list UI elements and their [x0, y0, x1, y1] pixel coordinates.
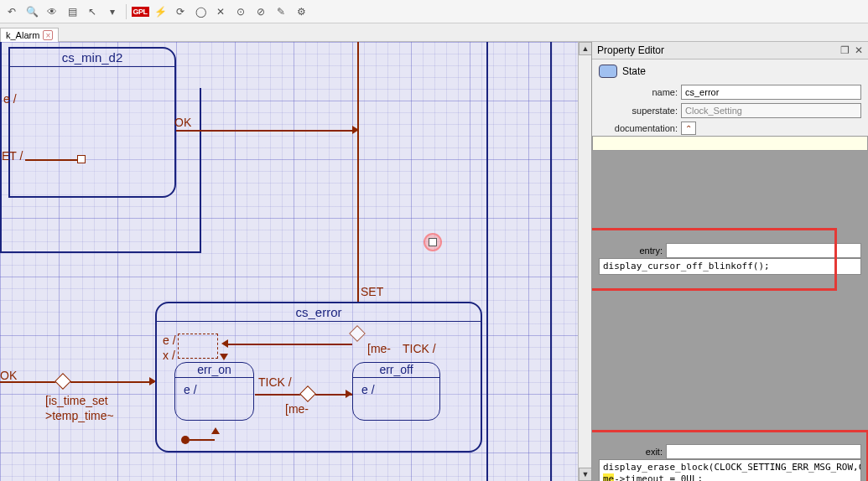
- initial-state-dot: [181, 436, 190, 444]
- code-sections: entry: display_cursor_off_blinkoff(); ex…: [592, 151, 868, 481]
- state-err-off[interactable]: err_off e /: [352, 362, 440, 421]
- e-guard: e /: [163, 334, 176, 347]
- transition-line: [70, 381, 154, 383]
- ok-label-left: OK: [0, 369, 17, 382]
- property-editor-header: Property Editor ❐ ✕: [592, 42, 868, 59]
- name-row: name:: [592, 83, 868, 101]
- panel-title: Property Editor: [597, 44, 664, 56]
- vertical-scrollbar[interactable]: ▲ ▼: [578, 42, 591, 481]
- region-divider: [486, 42, 488, 481]
- set-label: SET: [361, 285, 383, 298]
- tick-label-top: TICK /: [403, 342, 436, 355]
- outer-edge-bottom: [0, 251, 201, 253]
- eye-icon[interactable]: 👁: [44, 3, 60, 20]
- circle-icon[interactable]: ◯: [192, 3, 209, 20]
- layers-icon[interactable]: ▤: [64, 3, 81, 20]
- transition-line: [190, 439, 215, 441]
- main-toolbar: ↶ 🔍 👁 ▤ ↖ ▾ GPL ⚡ ⟳ ◯ ✕ ⊙ ⊘ ✎ ⚙: [0, 0, 868, 23]
- element-type-label: State: [622, 65, 646, 77]
- gpl-badge[interactable]: GPL: [132, 3, 148, 20]
- outer-edge-right: [200, 88, 201, 253]
- lightning-icon[interactable]: ⚡: [152, 3, 169, 20]
- x-icon[interactable]: ✕: [212, 3, 229, 20]
- documentation-box[interactable]: [592, 136, 868, 151]
- collapse-icon[interactable]: ⌃: [681, 122, 696, 135]
- state-type-icon: [599, 65, 617, 78]
- entry-e: e /: [184, 383, 262, 396]
- tick-label: TICK /: [258, 375, 292, 389]
- transition-line: [0, 381, 59, 383]
- exit-code-hl: me: [603, 473, 614, 481]
- element-type-row: State: [592, 59, 868, 83]
- tab-clock-alarm[interactable]: k_Alarm ×: [0, 28, 59, 42]
- pencil-icon[interactable]: ✎: [273, 3, 289, 20]
- restore-icon[interactable]: ❐: [840, 44, 850, 56]
- scroll-up-button[interactable]: ▲: [579, 42, 591, 55]
- exit-section: exit: display_erase_block(CLOCK_SETTING_…: [599, 444, 861, 481]
- me-guard-top: [me-: [367, 342, 391, 355]
- dotted-region: [178, 334, 218, 359]
- diagram-canvas[interactable]: cs_min_d2 e / ET / OK OK [is_time_set >t…: [0, 42, 591, 481]
- documentation-row: documentation: ⌃: [592, 120, 868, 137]
- dot-icon[interactable]: ⊙: [232, 3, 249, 20]
- exit-field[interactable]: [666, 444, 861, 459]
- transition-line: [176, 130, 356, 132]
- toolbar-separator: [126, 4, 127, 19]
- tab-bar: k_Alarm ×: [0, 23, 868, 42]
- exit-label: exit:: [599, 447, 666, 457]
- choice-diamond[interactable]: [55, 373, 71, 390]
- refresh-icon[interactable]: ⟳: [172, 3, 189, 20]
- superstate-input: [681, 103, 861, 118]
- arrow-icon: [221, 339, 228, 348]
- entry-code: display_cursor_off_blinkoff();: [603, 261, 770, 272]
- exit-code-box[interactable]: display_erase_block(CLOCK_SETTING_ERR_MS…: [599, 459, 861, 481]
- ok-label: OK: [174, 116, 191, 129]
- arrow-icon: [346, 390, 352, 398]
- entry-label: entry:: [599, 246, 666, 256]
- guard-is-time-set: [is_time_set: [45, 394, 108, 407]
- gear-icon[interactable]: ⚙: [293, 3, 309, 20]
- exit-code-line1: display_erase_block(CLOCK_SETTING_ERR_MS…: [603, 462, 861, 473]
- entry-field[interactable]: [666, 243, 861, 258]
- state-err-on[interactable]: err_on e /: [174, 362, 254, 421]
- name-input[interactable]: [681, 85, 861, 100]
- entry-section: entry: display_cursor_off_blinkoff();: [599, 243, 861, 275]
- guard-temp-time: >temp_time~: [45, 409, 114, 422]
- scroll-down-button[interactable]: ▼: [579, 468, 591, 481]
- documentation-label: documentation:: [599, 123, 678, 133]
- substate-title: err_on: [175, 363, 253, 378]
- main-area: cs_min_d2 e / ET / OK OK [is_time_set >t…: [0, 42, 868, 481]
- tool-icon[interactable]: ↶: [3, 3, 20, 20]
- check-icon[interactable]: ⊘: [252, 3, 269, 20]
- dropdown-icon[interactable]: ▾: [104, 3, 121, 20]
- name-label: name:: [599, 87, 678, 97]
- state-cs-min-d2[interactable]: cs_min_d2: [8, 47, 176, 198]
- transition-line: [226, 344, 352, 345]
- search-icon[interactable]: 🔍: [23, 3, 40, 20]
- et-label: ET /: [2, 149, 23, 163]
- pointer-icon[interactable]: ↖: [84, 3, 101, 20]
- arrow-icon: [220, 354, 228, 360]
- arrow-icon: [211, 427, 220, 434]
- tab-label: k_Alarm: [6, 30, 39, 40]
- exit-code-line2-rest: ->timeout = 0UL;: [614, 473, 703, 481]
- state-title: cs_min_d2: [10, 49, 174, 67]
- region-border: [550, 42, 552, 481]
- entry-code-box[interactable]: display_cursor_off_blinkoff();: [599, 258, 861, 275]
- cursor-indicator: [424, 233, 442, 251]
- substate-title: err_off: [353, 363, 439, 378]
- transition-source: [77, 155, 86, 163]
- transition-line-v: [357, 42, 359, 287]
- transition-line: [255, 394, 305, 396]
- superstate-row: superstate:: [592, 101, 868, 120]
- close-panel-icon[interactable]: ✕: [855, 44, 863, 56]
- entry-e: e /: [361, 383, 448, 396]
- x-guard: x /: [163, 349, 175, 362]
- transition-line: [25, 159, 82, 161]
- transition-line-v: [357, 287, 359, 302]
- property-editor-panel: Property Editor ❐ ✕ State name: supersta…: [591, 42, 868, 481]
- superstate-label: superstate:: [599, 106, 678, 116]
- state-title: cs_error: [157, 303, 481, 322]
- close-icon[interactable]: ×: [43, 30, 53, 40]
- outer-edge: [0, 42, 2, 251]
